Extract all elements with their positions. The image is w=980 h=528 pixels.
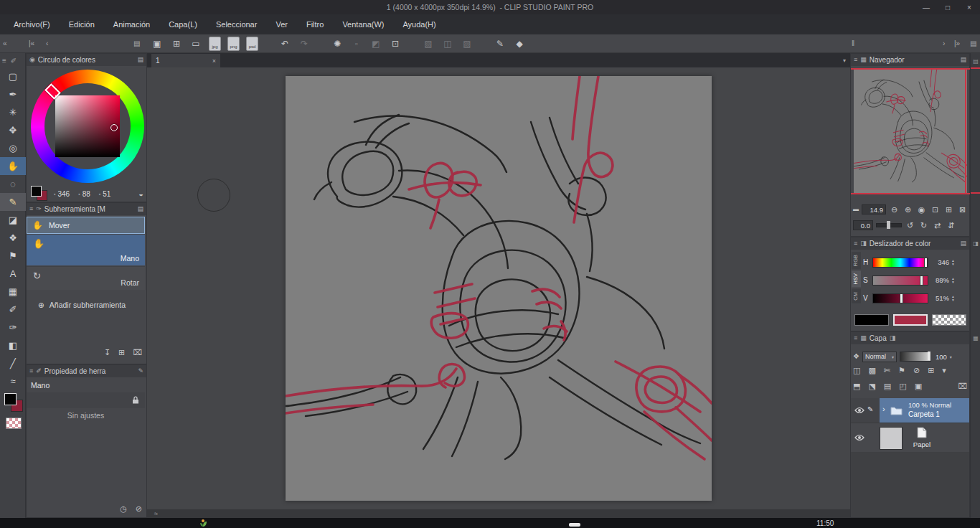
black-swatch[interactable] bbox=[854, 314, 889, 326]
toolstrip-menu-icon[interactable]: ≡ bbox=[2, 57, 6, 65]
next-panel-icon[interactable]: › bbox=[943, 34, 945, 53]
stroke-pen-icon[interactable]: ✎ bbox=[494, 37, 507, 51]
fg-color-swatch[interactable] bbox=[4, 393, 17, 405]
fit-screen-icon[interactable]: ⊡ bbox=[930, 205, 941, 214]
dock-left-icon[interactable]: |« bbox=[29, 34, 34, 53]
flip-vertical-icon[interactable]: ⇵ bbox=[946, 221, 956, 230]
blend-effect-icon[interactable]: ❖ bbox=[853, 353, 859, 360]
layer-more-caret-icon[interactable]: ▾ bbox=[942, 366, 946, 375]
pen-tool[interactable]: ✎ bbox=[0, 193, 26, 211]
zoom-tool[interactable]: ◎ bbox=[0, 139, 26, 157]
export-png-icon[interactable]: png bbox=[227, 37, 240, 51]
lock-transparent-icon[interactable]: ⊞ bbox=[928, 366, 934, 375]
figure-pen-tool[interactable]: ✒ bbox=[0, 85, 26, 103]
tab-hsv[interactable]: HSV bbox=[852, 270, 861, 287]
hue-slider-marker[interactable] bbox=[924, 258, 928, 268]
frame-border-tool[interactable]: ▦ bbox=[0, 283, 26, 301]
collapse-left-icon[interactable]: « bbox=[3, 34, 7, 53]
selection-tool[interactable]: ◌ bbox=[0, 175, 26, 193]
right-dock-handle-icon[interactable]: ‖ bbox=[852, 34, 854, 53]
delete-layer-icon[interactable]: ⌧ bbox=[958, 382, 967, 391]
new-raster-layer-icon[interactable]: ⬒ bbox=[853, 382, 860, 391]
rail-layer-icon[interactable]: ▦ bbox=[971, 336, 980, 341]
opacity-slider-handle[interactable] bbox=[928, 352, 930, 360]
current-color-swatch[interactable] bbox=[893, 314, 928, 326]
sat-slider-marker[interactable] bbox=[920, 275, 923, 286]
layer-row-paper[interactable]: Papel bbox=[851, 423, 969, 452]
val-step-down-icon[interactable]: ▾ bbox=[952, 298, 954, 302]
layer-visible-eye-icon[interactable] bbox=[854, 407, 864, 414]
transparent-swatch[interactable] bbox=[932, 314, 966, 326]
menu-ayuda[interactable]: Ayuda(H) bbox=[393, 14, 445, 34]
fgbg-swatch-pair[interactable] bbox=[27, 186, 54, 202]
move-tool[interactable]: ✥ bbox=[0, 121, 26, 139]
add-subtool-button[interactable]: ⊕ Añadir subherramienta bbox=[38, 301, 126, 309]
minimize-button[interactable]: — bbox=[915, 0, 937, 14]
subtool-item-rotar[interactable]: ↻ Rotar bbox=[27, 266, 145, 290]
merge-layer-icon[interactable]: ▣ bbox=[915, 382, 922, 391]
zoom-in-icon[interactable]: ⊕ bbox=[903, 205, 913, 214]
quick-access-icon[interactable]: ✺ bbox=[331, 37, 344, 51]
hue-slider[interactable] bbox=[872, 258, 928, 268]
delete-subtool-icon[interactable]: ⌧ bbox=[133, 348, 142, 357]
lock-layer-icon[interactable]: ⊘ bbox=[913, 366, 920, 375]
selection-border-icon[interactable]: ▧ bbox=[422, 37, 435, 51]
fill-shape-icon[interactable]: ◆ bbox=[513, 37, 526, 51]
subtool-item-mover[interactable]: ✋ Mover bbox=[27, 217, 145, 234]
layer-row-folder[interactable]: ✎ › 100 % Normal Carpeta 1 bbox=[851, 398, 969, 423]
full-area-icon[interactable]: ⊠ bbox=[957, 205, 968, 214]
color-wheel-panel-icon[interactable]: ▤ bbox=[137, 57, 143, 63]
layer-mask-icon[interactable]: ▩ bbox=[868, 366, 875, 375]
prop-edit-icon[interactable]: ✎ bbox=[138, 368, 143, 374]
val-slider[interactable] bbox=[872, 293, 928, 303]
taskbar-indicator[interactable] bbox=[569, 523, 580, 527]
rotation-slider-handle[interactable] bbox=[887, 221, 890, 229]
zoom-out-icon[interactable]: ⊖ bbox=[889, 205, 900, 214]
navigator-thumbnail[interactable] bbox=[854, 68, 967, 194]
flip-horizontal-icon[interactable]: ⇄ bbox=[932, 221, 943, 230]
ruler-tool[interactable]: ╱ bbox=[0, 354, 26, 372]
new-vector-layer-icon[interactable]: ⬔ bbox=[868, 382, 875, 391]
val-slider-marker[interactable] bbox=[900, 293, 903, 303]
opacity-caret-icon[interactable]: ▾ bbox=[950, 354, 952, 359]
menu-edicion[interactable]: Edición bbox=[60, 14, 104, 34]
menu-animacion[interactable]: Animación bbox=[104, 14, 159, 34]
subtool-menu-icon[interactable]: ≡ bbox=[29, 206, 33, 212]
navigator-panel-icon[interactable]: ▤ bbox=[960, 57, 966, 63]
export-jpg-icon[interactable]: jpg bbox=[209, 37, 221, 51]
menu-archivo[interactable]: Archivo(F) bbox=[4, 14, 60, 34]
menu-seleccionar[interactable]: Seleccionar bbox=[207, 14, 266, 34]
taskbar-plant-icon[interactable] bbox=[199, 519, 207, 527]
rotation-value[interactable]: 0.0 bbox=[853, 220, 873, 230]
object-tool[interactable]: ▢ bbox=[0, 67, 26, 85]
import-subtool-icon[interactable]: ↧ bbox=[104, 348, 110, 357]
redo-icon[interactable]: ↷ bbox=[298, 37, 311, 51]
canvas-tab-close-icon[interactable]: × bbox=[212, 57, 216, 65]
paper-visible-eye-icon[interactable] bbox=[854, 434, 864, 441]
correction-tool[interactable]: ≈ bbox=[0, 372, 26, 390]
subtool-item-mano[interactable]: ✋ Mano bbox=[27, 235, 145, 265]
main-color-swatch[interactable] bbox=[4, 393, 23, 412]
zoom-value[interactable]: 14.9 bbox=[862, 204, 886, 214]
layer-header-icon[interactable]: ◨ bbox=[890, 335, 896, 341]
transparent-color-swatch[interactable] bbox=[6, 418, 22, 429]
opacity-slider[interactable] bbox=[900, 352, 931, 362]
menu-filtro[interactable]: Filtro bbox=[297, 14, 333, 34]
canvas-tab[interactable]: 1 × bbox=[151, 54, 220, 67]
new-file-icon[interactable]: ⊞ bbox=[170, 37, 183, 51]
transfer-layer-icon[interactable]: ◰ bbox=[899, 382, 906, 391]
selection-clear-icon[interactable]: ▨ bbox=[461, 37, 473, 51]
layer-folder-selected[interactable]: › 100 % Normal Carpeta 1 bbox=[880, 398, 969, 423]
airbrush-tool[interactable]: ❖ bbox=[0, 229, 26, 247]
decoration-tool[interactable]: ✳ bbox=[0, 103, 26, 121]
sv-marker[interactable] bbox=[110, 124, 118, 131]
panel-grid-icon[interactable]: ▤ bbox=[133, 34, 140, 53]
hand-tool[interactable]: ✋ bbox=[0, 157, 26, 175]
close-button[interactable]: × bbox=[958, 0, 980, 14]
folder-expander-icon[interactable]: › bbox=[882, 405, 885, 413]
rotate-cw-icon[interactable]: ↻ bbox=[918, 221, 929, 230]
zoom-slider-icon[interactable]: ▬ bbox=[853, 207, 859, 212]
rail-navigator-icon[interactable]: ▤ bbox=[971, 59, 980, 65]
eyedropper-tool[interactable]: ✐ bbox=[0, 301, 26, 319]
hsv-panel-icon[interactable]: ▤ bbox=[960, 240, 966, 247]
